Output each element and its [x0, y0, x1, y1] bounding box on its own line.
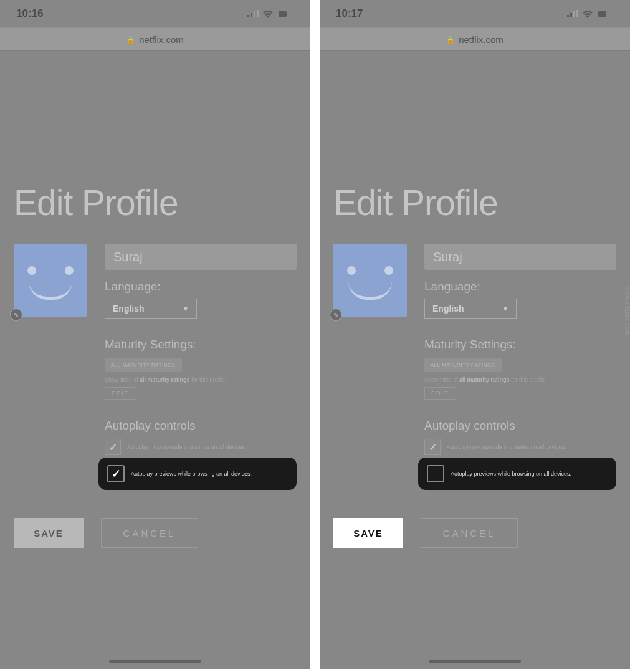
divider — [320, 504, 630, 504]
divider — [424, 411, 616, 411]
signal-icon — [567, 10, 578, 17]
watermark: www.deuaq.com — [624, 286, 631, 336]
status-time: 10:16 — [16, 7, 43, 20]
browser-address-bar[interactable]: 🔒 netflix.com — [0, 27, 310, 51]
autoplay-controls-label: Autoplay controls — [105, 419, 297, 433]
highlighted-option: Autoplay previews while browsing on all … — [418, 458, 616, 490]
svg-rect-2 — [254, 11, 255, 17]
autoplay-previews-checkbox[interactable] — [427, 465, 444, 482]
autoplay-previews-label: Autoplay previews while browsing on all … — [451, 471, 571, 477]
divider — [424, 330, 616, 330]
svg-rect-6 — [293, 12, 294, 16]
home-indicator[interactable] — [109, 660, 201, 663]
maturity-rating-badge: ALL MATURITY RATINGS — [105, 358, 182, 372]
save-button[interactable]: SAVE — [14, 518, 84, 548]
lock-icon: 🔒 — [446, 36, 455, 44]
chevron-down-icon: ▼ — [183, 305, 189, 312]
battery-icon — [277, 10, 294, 18]
divider — [14, 231, 297, 231]
maturity-settings-label: Maturity Settings: — [105, 338, 297, 352]
avatar-image — [333, 244, 407, 317]
home-indicator[interactable] — [429, 660, 521, 663]
svg-rect-13 — [613, 12, 614, 16]
autoplay-next-episode-label: Autoplay next episode in a series on all… — [127, 444, 247, 450]
cancel-button[interactable]: CANCEL — [421, 518, 518, 548]
maturity-settings-label: Maturity Settings: — [424, 338, 616, 352]
svg-rect-3 — [257, 10, 259, 17]
status-time: 10:17 — [336, 7, 363, 20]
autoplay-previews-checkbox[interactable] — [107, 465, 125, 482]
profile-name-input[interactable] — [424, 244, 616, 270]
autoplay-controls-label: Autoplay controls — [424, 419, 616, 433]
svg-rect-8 — [570, 13, 572, 17]
autoplay-next-episode-checkbox[interactable] — [424, 439, 441, 455]
signal-icon — [247, 10, 259, 17]
edit-maturity-button[interactable]: EDIT — [424, 387, 456, 400]
status-bar: 10:17 — [320, 0, 630, 27]
phone-screenshot-left: 10:16 🔒 netflix.com Edit Profile ✎ — [0, 0, 310, 669]
svg-rect-9 — [573, 11, 575, 17]
browser-address-bar[interactable]: 🔒 netflix.com — [320, 27, 630, 51]
phone-screenshot-right: 10:17 🔒 netflix.com Edit Profile ✎ — [320, 0, 630, 669]
svg-rect-7 — [567, 15, 569, 17]
language-label: Language: — [424, 280, 616, 294]
divider — [105, 330, 297, 330]
profile-avatar[interactable]: ✎ — [14, 244, 87, 317]
language-select[interactable]: English ▼ — [424, 299, 517, 319]
status-icons — [567, 10, 614, 18]
svg-rect-5 — [279, 11, 287, 17]
divider — [0, 504, 310, 504]
language-value: English — [432, 304, 464, 314]
cancel-button[interactable]: CANCEL — [101, 518, 198, 548]
browser-domain: netflix.com — [139, 34, 184, 45]
battery-icon — [597, 10, 614, 18]
profile-avatar[interactable]: ✎ — [333, 244, 407, 317]
svg-rect-1 — [251, 13, 252, 17]
language-label: Language: — [105, 280, 297, 294]
language-select[interactable]: English ▼ — [105, 299, 197, 319]
divider — [333, 231, 616, 231]
status-bar: 10:16 — [0, 0, 310, 27]
autoplay-previews-label: Autoplay previews while browsing on all … — [131, 471, 252, 477]
maturity-description: Show titles of all maturity ratings for … — [424, 377, 616, 383]
page-title: Edit Profile — [14, 182, 297, 223]
svg-rect-0 — [247, 15, 249, 17]
autoplay-next-episode-label: Autoplay next episode in a series on all… — [447, 444, 566, 450]
profile-name-input[interactable] — [105, 244, 297, 270]
lock-icon: 🔒 — [126, 36, 135, 44]
pencil-icon[interactable]: ✎ — [10, 309, 22, 321]
save-button[interactable]: SAVE — [333, 518, 403, 548]
avatar-image — [14, 244, 87, 317]
edit-maturity-button[interactable]: EDIT — [105, 387, 136, 400]
chevron-down-icon: ▼ — [502, 305, 508, 312]
divider — [105, 411, 297, 411]
language-value: English — [113, 304, 145, 314]
maturity-description: Show titles of all maturity ratings for … — [105, 377, 297, 383]
wifi-icon — [582, 10, 593, 18]
maturity-rating-badge: ALL MATURITY RATINGS — [424, 358, 502, 372]
browser-domain: netflix.com — [459, 34, 504, 45]
highlighted-option: Autoplay previews while browsing on all … — [98, 458, 297, 490]
autoplay-next-episode-checkbox[interactable] — [105, 439, 121, 455]
svg-rect-10 — [576, 10, 578, 17]
wifi-icon — [262, 10, 274, 18]
page-title: Edit Profile — [333, 182, 616, 223]
svg-rect-12 — [598, 11, 606, 17]
status-icons — [247, 10, 294, 18]
pencil-icon[interactable]: ✎ — [330, 309, 342, 321]
